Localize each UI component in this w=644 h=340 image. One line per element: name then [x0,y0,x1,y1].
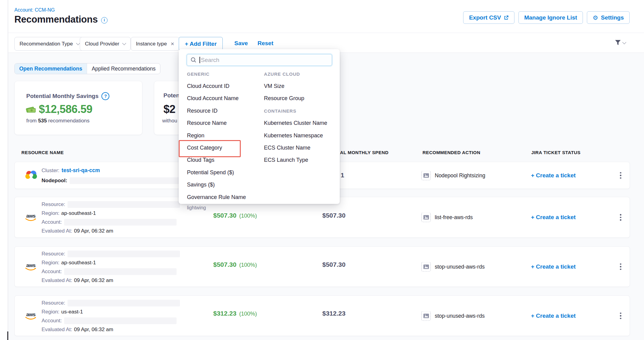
evaluated-at-value: 09 Apr, 06:32 am [74,327,113,333]
filter-option-ecs-cluster-name[interactable]: ECS Cluster Name [264,145,310,151]
tab-open-recommendations[interactable]: Open Recommendations [15,63,87,74]
savings-card-title: Potential Monthly Savings [26,93,98,99]
filter-funnel-button[interactable] [615,40,626,45]
redacted-resource-value [68,201,180,208]
column-header-jira-ticket-status: JIRA TICKET STATUS [531,150,580,155]
evaluated-at-label: Evaluated At: [42,228,72,234]
resource-label: Resource: [42,300,65,306]
savings-percent: (100%) [239,311,257,317]
breadcrumb[interactable]: Account: CCM-NG [14,7,55,13]
close-icon[interactable]: ✕ [170,41,174,47]
create-ticket-button[interactable]: + Create a ticket [531,263,576,270]
filter-chip-label: Recommendation Type [20,41,73,47]
recommendation-type-icon [421,213,431,222]
spend-amount-partial: $2 [163,103,175,116]
filter-option-cloud-tags[interactable]: Cloud Tags [187,157,214,163]
evaluated-at-label: Evaluated At: [42,277,72,284]
savings-value: $507.30 [213,212,236,219]
cluster-link[interactable]: test-sri-qa-ccm [62,167,100,174]
save-filter-link[interactable]: Save [234,40,248,47]
monthly-savings-cell: $507.30 (100%) [213,212,257,219]
tab-applied-recommendations[interactable]: Applied Recommendations [87,63,160,74]
redacted-resource-value [68,251,180,257]
total-spend-value: $507.30 [322,212,346,219]
filter-option-cloud-account-id[interactable]: Cloud Account ID [187,83,229,89]
filter-option-savings[interactable]: Savings ($) [187,182,215,188]
recommended-action-cell: Nodepool Rightsizing [421,171,485,180]
filter-option-region[interactable]: Region [187,132,204,139]
add-filter-button[interactable]: + Add Filter [179,37,223,51]
filter-option-ecs-launch-type[interactable]: ECS Launch Type [264,157,308,163]
account-label: Account: [42,269,62,275]
filter-option-resource-id[interactable]: Resource ID [187,108,218,114]
filter-chip-instance-type[interactable]: Instance type ✕ [131,37,180,51]
create-ticket-button[interactable]: + Create a ticket [531,172,576,179]
export-csv-button[interactable]: Export CSV [463,11,514,24]
savings-percent: (100%) [239,213,257,219]
create-ticket-button[interactable]: + Create a ticket [531,313,576,319]
recommended-action-cell: list-free-aws-rds [421,213,473,222]
filter-chip-label: Cloud Provider [85,41,119,47]
recommendation-type-icon [421,171,431,180]
total-spend-value: $507.30 [322,261,346,268]
savings-percent: (100%) [239,262,257,268]
recommended-action-label: Nodepool Rightsizing [435,172,485,179]
recommendations-tabs: Open Recommendations Applied Recommendat… [14,63,160,74]
region-value: us-east-1 [61,309,83,315]
gcp-icon [25,170,38,181]
filter-option-kubernetes-namespace[interactable]: Kubernetes Namespace [264,132,323,139]
chevron-down-icon [622,40,626,44]
create-ticket-button[interactable]: + Create a ticket [531,214,576,221]
settings-label: Settings [601,14,624,21]
filter-option-governance-rule-name[interactable]: Governance Rule Name [187,194,246,201]
info-icon[interactable]: i [101,17,108,24]
recommendation-count: 535 [38,118,47,124]
filter-search-input[interactable]: Search [187,54,332,66]
reset-filter-link[interactable]: Reset [258,40,273,47]
filter-option-potential-spend[interactable]: Potential Spend ($) [187,169,234,176]
toolbar: Export CSV Manage Ignore List ⚙ Settings [463,11,630,24]
row-menu-button[interactable] [618,262,623,272]
filter-option-resource-name[interactable]: Resource Name [187,120,227,126]
help-icon[interactable]: ? [101,92,109,100]
filter-chip-recommendation-type[interactable]: Recommendation Type [14,37,85,51]
export-csv-label: Export CSV [469,14,501,21]
filter-chip-label: Instance type [136,41,167,47]
resource-label: Resource: [42,201,65,208]
row-menu-button[interactable] [618,311,623,321]
manage-ignore-list-button[interactable]: Manage Ignore List [518,11,583,24]
aws-icon: aws [25,312,37,320]
total-spend-value: $312.23 [322,310,346,317]
generic-filter-column: GENERIC Cloud Account ID Cloud Account N… [187,68,246,203]
recommendation-type-icon [421,262,431,271]
table-row[interactable]: aws Resource: Region: us-east-1 Account:… [14,295,630,336]
filter-option-vm-size[interactable]: VM Size [264,83,284,89]
region-value: ap-southeast-1 [61,210,96,216]
column-header-total-monthly-spend: AL MONTHLY SPEND [340,150,389,155]
evaluated-at-value: 09 Apr, 06:32 am [74,228,113,234]
aws-icon: aws [25,214,37,221]
recommended-action-cell: stop-unused-aws-rds [421,311,485,320]
search-icon [191,57,196,63]
page-title: Recommendations [14,14,98,25]
region-label: Region: [42,210,60,216]
recommended-action-label: stop-unused-aws-rds [435,313,485,319]
filter-option-resource-group[interactable]: Resource Group [264,95,304,102]
hidden-column-partial-text: lightwing [187,205,206,211]
monthly-savings-cell: $507.30 (100%) [213,261,257,268]
gear-icon: ⚙ [593,14,598,21]
filter-option-cloud-account-name[interactable]: Cloud Account Name [187,95,239,102]
settings-button[interactable]: ⚙ Settings [587,11,630,24]
recommendation-type-icon [421,311,431,320]
section-title-containers: CONTAINERS [264,108,296,114]
resource-label: Resource: [42,251,65,257]
row-menu-button[interactable] [618,212,623,222]
evaluated-at-label: Evaluated At: [42,327,72,333]
potential-monthly-savings-card: Potential Monthly Savings ? $12,586.59 f… [14,81,142,135]
recommended-action-cell: stop-unused-aws-rds [421,262,485,271]
filter-chip-cloud-provider[interactable]: Cloud Provider [80,37,131,51]
recommended-action-label: list-free-aws-rds [435,214,473,221]
table-row[interactable]: aws Resource: Region: ap-southeast-1 Acc… [14,246,630,287]
row-menu-button[interactable] [618,170,623,181]
filter-option-kubernetes-cluster-name[interactable]: Kubernetes Cluster Name [264,120,327,126]
